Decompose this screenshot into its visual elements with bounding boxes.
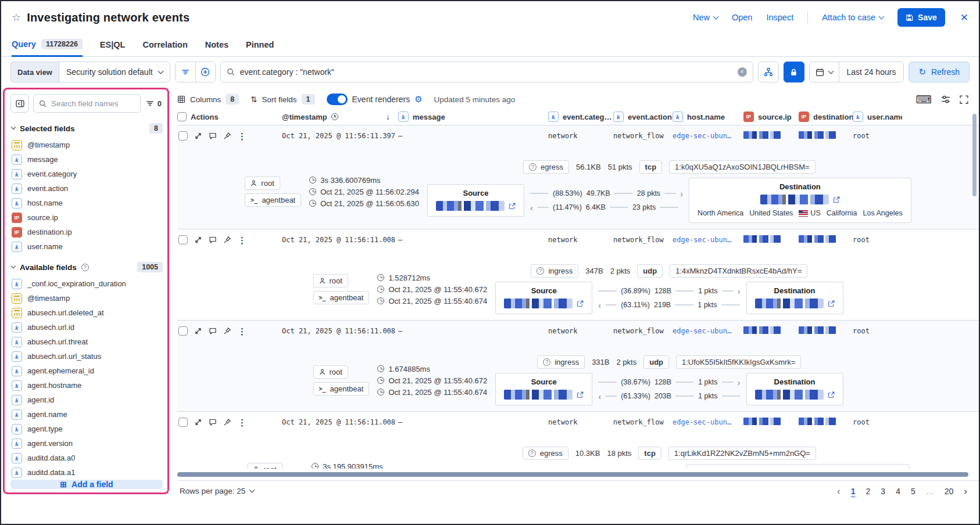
field-list-item[interactable]: k abusech.url.threat bbox=[10, 335, 163, 349]
external-link-icon[interactable] bbox=[509, 203, 516, 210]
page-number[interactable]: 3 bbox=[881, 487, 885, 496]
cell-user-name[interactable]: root bbox=[853, 327, 902, 335]
cell-user-name[interactable]: root bbox=[853, 236, 902, 244]
field-list-item[interactable]: k event.category bbox=[10, 167, 163, 181]
user-badge[interactable]: root bbox=[247, 463, 282, 469]
cell-source-ip-redacted[interactable] bbox=[743, 326, 781, 334]
page-number[interactable]: … bbox=[926, 487, 934, 496]
direction-badge[interactable]: ?egress bbox=[523, 447, 568, 460]
total-packets[interactable]: 2 pkts bbox=[610, 267, 631, 275]
vertical-scrollbar[interactable] bbox=[972, 114, 977, 196]
lock-date-picker-button[interactable] bbox=[784, 62, 804, 82]
close-icon[interactable]: ✕ bbox=[960, 12, 968, 24]
tab-query[interactable]: Query11728226 bbox=[12, 34, 83, 57]
fullscreen-icon[interactable] bbox=[960, 95, 968, 104]
col-user-name[interactable]: kuser.name bbox=[853, 112, 902, 122]
row-checkbox[interactable] bbox=[178, 131, 188, 141]
cell-destination-ip-redacted[interactable] bbox=[799, 418, 836, 425]
process-badge[interactable]: >_ agentbeat bbox=[245, 193, 301, 207]
cell-event-action[interactable]: network_flow bbox=[613, 236, 673, 244]
field-list-item[interactable]: k _conf.ioc_expiration_duration bbox=[10, 276, 163, 291]
total-packets[interactable]: 51 pkts bbox=[608, 163, 632, 171]
sort-fields-button[interactable]: ⇅ Sort fields 1 bbox=[251, 94, 314, 105]
total-packets[interactable]: 2 pkts bbox=[617, 358, 637, 366]
col-message[interactable]: kmessage bbox=[398, 112, 548, 122]
clear-query-icon[interactable]: × bbox=[738, 67, 747, 77]
tab-notes[interactable]: Notes bbox=[205, 34, 228, 56]
cell-destination-ip-redacted[interactable] bbox=[799, 235, 836, 243]
protocol-badge[interactable]: tcp bbox=[639, 160, 663, 174]
inspect-button[interactable]: Inspect bbox=[766, 13, 793, 22]
field-list-item[interactable]: k message bbox=[10, 152, 163, 167]
more-actions-icon[interactable]: ⋮ bbox=[238, 327, 246, 336]
direction-badge[interactable]: ?ingress bbox=[537, 355, 585, 369]
add-note-icon[interactable] bbox=[209, 418, 217, 426]
cell-host-name[interactable]: edge-sec-ubun… bbox=[673, 236, 743, 244]
col-host-name[interactable]: khost.name bbox=[673, 112, 743, 122]
next-page-icon[interactable]: › bbox=[964, 486, 967, 497]
date-picker-menu-button[interactable] bbox=[810, 62, 839, 82]
protocol-badge[interactable]: tcp bbox=[638, 447, 661, 460]
tab-correlation[interactable]: Correlation bbox=[142, 34, 187, 56]
refresh-button[interactable]: ↻ Refresh bbox=[909, 62, 970, 82]
filter-menu-button[interactable] bbox=[176, 62, 195, 82]
select-all-checkbox[interactable] bbox=[177, 112, 187, 121]
more-actions-icon[interactable]: ⋮ bbox=[238, 236, 246, 244]
cell-event-action[interactable]: network_flow bbox=[613, 132, 673, 140]
community-id-badge[interactable]: 1:4xMknzD4TXdnktBRsxcE4bAd/hY= bbox=[670, 264, 807, 278]
external-link-icon[interactable] bbox=[833, 196, 840, 203]
field-list-item[interactable]: IP source.ip bbox=[10, 210, 163, 225]
total-bytes[interactable]: 331B bbox=[592, 358, 609, 366]
cell-user-name[interactable]: root bbox=[853, 132, 902, 140]
field-list-item[interactable]: k agent.version bbox=[10, 436, 163, 451]
external-link-icon[interactable] bbox=[577, 391, 584, 398]
external-link-icon[interactable] bbox=[828, 300, 835, 307]
keyboard-shortcuts-icon[interactable]: ⌨ bbox=[916, 94, 932, 105]
user-badge[interactable]: root bbox=[313, 274, 348, 287]
total-packets[interactable]: 18 pkts bbox=[607, 449, 631, 458]
more-actions-icon[interactable]: ⋮ bbox=[238, 418, 246, 427]
add-note-icon[interactable] bbox=[209, 236, 217, 244]
col-event-category[interactable]: kevent.categ… bbox=[548, 112, 613, 122]
cell-host-name[interactable]: edge-sec-ubun… bbox=[673, 132, 743, 140]
cell-host-name[interactable]: edge-sec-ubun… bbox=[673, 327, 743, 335]
direction-badge[interactable]: ?egress bbox=[523, 160, 569, 174]
cell-event-category[interactable]: network bbox=[548, 132, 613, 140]
expand-event-icon[interactable] bbox=[194, 132, 202, 140]
pin-event-icon[interactable] bbox=[223, 327, 231, 335]
col-timestamp[interactable]: @timestamp↓ bbox=[282, 112, 398, 121]
selected-fields-header[interactable]: Selected fields 8 bbox=[12, 123, 163, 134]
total-bytes[interactable]: 56.1KB bbox=[576, 163, 601, 171]
field-list-item[interactable]: k auditd.data.a1 bbox=[10, 465, 163, 480]
new-menu-button[interactable]: New bbox=[693, 13, 718, 22]
field-list-item[interactable]: k event.action bbox=[10, 181, 163, 196]
community-id-badge[interactable]: 1:k0qXU5aQ1zAxoSOIN1JBQLrHBSM= bbox=[669, 160, 816, 174]
cell-event-action[interactable]: network_flow bbox=[613, 327, 673, 335]
field-list-item[interactable]: k abusech.url.url_status bbox=[10, 349, 163, 364]
pin-event-icon[interactable] bbox=[223, 132, 231, 140]
rows-per-page-button[interactable]: Rows per page: 25 bbox=[180, 487, 254, 495]
field-list-item[interactable]: k agent.ephemeral_id bbox=[10, 364, 163, 378]
event-renderers-toggle[interactable] bbox=[327, 94, 348, 105]
columns-button[interactable]: Columns 8 bbox=[177, 94, 239, 105]
external-link-icon[interactable] bbox=[828, 391, 835, 398]
col-source-ip[interactable]: IPsource.ip bbox=[743, 112, 799, 122]
field-list-item[interactable]: k agent.hostname bbox=[10, 378, 163, 393]
cell-source-ip-redacted[interactable] bbox=[743, 418, 781, 425]
display-options-icon[interactable] bbox=[941, 95, 950, 104]
cell-timestamp[interactable]: Oct 21, 2025 @ 11:56:11.008 bbox=[282, 418, 398, 426]
time-range-value[interactable]: Last 24 hours bbox=[839, 62, 904, 82]
user-badge[interactable]: root bbox=[313, 365, 348, 379]
protocol-badge[interactable]: udp bbox=[637, 264, 663, 278]
open-button[interactable]: Open bbox=[732, 13, 752, 22]
field-list-item[interactable]: k agent.type bbox=[10, 422, 163, 436]
process-badge[interactable]: >_ agentbeat bbox=[313, 382, 370, 395]
field-list-item[interactable]: @timestamp bbox=[10, 291, 163, 305]
row-checkbox[interactable] bbox=[178, 235, 188, 244]
tab-esql[interactable]: ES|QL bbox=[100, 34, 126, 56]
expand-event-icon[interactable] bbox=[194, 327, 202, 335]
collapse-fields-button[interactable] bbox=[10, 94, 29, 113]
cell-event-category[interactable]: network bbox=[548, 418, 613, 426]
col-event-action[interactable]: kevent.action bbox=[613, 112, 673, 122]
page-number[interactable]: 5 bbox=[911, 487, 915, 496]
